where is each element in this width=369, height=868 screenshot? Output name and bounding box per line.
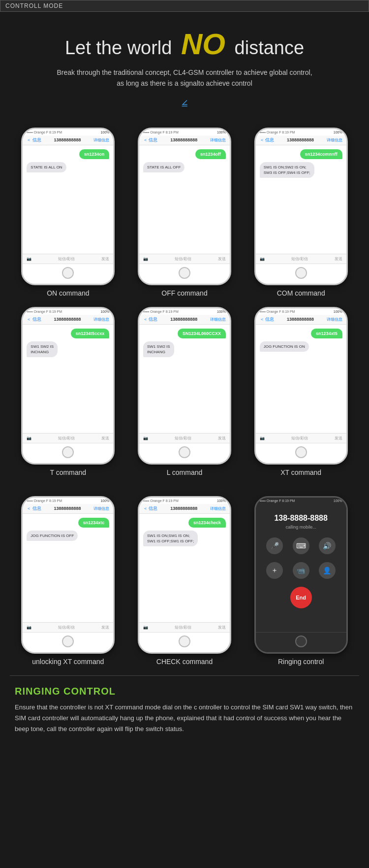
camera-icon-check: 📷 [143, 625, 148, 630]
phone-nav-off: ＜ 信息 13888888888 详细信息 [139, 135, 230, 145]
phone-label-on: ON command [47, 289, 89, 297]
mute-button[interactable]: 🎤 [266, 537, 283, 554]
calling-text: calling mobile... [256, 525, 346, 530]
phone-mockup-xt: ••••• Orange F 8:19 PM 100% ＜ 信息 1388888… [254, 307, 348, 465]
down-arrow-icon: ⦤ [20, 95, 349, 108]
speaker-button[interactable]: 🔊 [319, 537, 336, 554]
calling-inner: ••••• Orange F 8:19 PM 100% 138-8888-888… [256, 498, 346, 652]
bubble-sent-off: sn1234off [195, 149, 226, 159]
phone-cell-l: ••••• Orange F 8:19 PM 100% ＜ 信息 1388888… [126, 302, 243, 481]
messages-area-uxt: sn1234xtc JOG FUNCTION IS OFF [23, 514, 113, 622]
phone-cell-uxt: ••••• Orange F 8:19 PM 100% ＜ 信息 1388888… [10, 491, 126, 670]
calling-home [256, 632, 346, 652]
phone-label-off: OFF command [161, 289, 207, 297]
calling-status-left: ••••• Orange F 8:19 PM [260, 499, 295, 502]
phone-label-xt: XT command [280, 468, 321, 476]
phone-grid-bottom: ••••• Orange F 8:19 PM 100% ＜ 信息 1388888… [0, 486, 369, 675]
messages-area-com: sn1234comnnff SW1 IS ON;SW2 IS ON;SW3 IS… [256, 145, 346, 254]
bubble-sent-t: sn1234t5ccxx [71, 329, 110, 338]
phone-label-uxt: unlocking XT command [32, 658, 104, 666]
calling-number: 138-8888-8888 [256, 504, 346, 525]
add-call-button[interactable]: ＋ [266, 562, 283, 579]
hero-line2: distance [235, 37, 305, 58]
bubble-received-t: SW1 SW2 ISINCHANG [27, 341, 58, 357]
phone-cell-off: ••••• Orange F 8:19 PM 100% ＜ 信息 1388888… [126, 123, 243, 302]
bubble-sent-uxt: sn1234xtc [78, 518, 110, 528]
phone-cell-com: ••••• Orange F 8:19 PM 100% ＜ 信息 1388888… [243, 123, 359, 302]
nav-number-on: 13888888888 [54, 137, 81, 142]
home-button-check[interactable] [179, 635, 190, 647]
contacts-button[interactable]: 👤 [319, 562, 336, 579]
nav-back-on[interactable]: ＜ 信息 [27, 137, 41, 143]
messages-area-check: sn1234check SW1 IS ON;SW1 IS ON;SW1 IS O… [139, 514, 230, 622]
phone-home-on [23, 264, 113, 284]
phone-input-off: 📷 短信/彩信 发送 [139, 254, 230, 264]
bubble-sent-check: sn1234check [188, 518, 226, 528]
phone-input-on: 📷 短信/彩信 发送 [23, 254, 113, 264]
home-button-t[interactable] [62, 446, 74, 458]
phone-mockup-off: ••••• Orange F 8:19 PM 100% ＜ 信息 1388888… [138, 128, 231, 285]
calling-home-button[interactable] [295, 635, 307, 647]
bubble-sent-l: SN1234L060CCXX [178, 329, 226, 338]
messages-area-t: sn1234t5ccxx SW1 SW2 ISINCHANG [23, 325, 113, 433]
phone-mockup-t: ••••• Orange F 8:19 PM 100% ＜ 信息 1388888… [21, 307, 115, 465]
phone-mockup-com: ••••• Orange F 8:19 PM 100% ＜ 信息 1388888… [254, 128, 348, 285]
messages-area-xt: sn1234xt5 JOG FUNCTION IS ON [256, 325, 346, 433]
calling-status-right: 100% [334, 499, 342, 502]
bubble-sent-on: sn1234on [79, 149, 110, 159]
bubble-received-xt: JOG FUNCTION IS ON [260, 341, 309, 352]
phone-cell-calling: ••••• Orange F 8:19 PM 100% 138-8888-888… [243, 491, 359, 670]
ringing-section-title: RINGING CONTROL [15, 686, 354, 697]
end-call-button[interactable]: End [290, 587, 312, 608]
phone-home-off [139, 264, 230, 284]
bubble-sent-xt: sn1234xt5 [311, 329, 342, 338]
phone-mockup-on: ••••• Orange F 8:19 PM 100% ＜ 信息 1388888… [21, 128, 115, 285]
status-left-on: ••••• Orange F 8:19 PM [27, 131, 62, 134]
phone-status-on: ••••• Orange F 8:19 PM 100% [23, 129, 113, 135]
hero-subtitle-line1: Break through the traditional concept, C… [57, 68, 312, 76]
camera-icon-on: 📷 [27, 257, 31, 261]
bubble-received-check: SW1 IS ON;SW1 IS ON;SW1 IS OFF;SW1 IS OF… [143, 531, 198, 546]
phone-mockup-uxt: ••••• Orange F 8:19 PM 100% ＜ 信息 1388888… [21, 496, 115, 654]
hero-section: Let the world NO distance Break through … [0, 12, 369, 118]
home-button-off[interactable] [179, 267, 190, 279]
call-buttons-row2: ＋ 📹 👤 [256, 560, 346, 581]
phone-label-calling: Ringing control [278, 658, 324, 666]
phone-mockup-calling: ••••• Orange F 8:19 PM 100% 138-8888-888… [254, 496, 348, 654]
nav-detail-on[interactable]: 详细信息 [93, 137, 109, 143]
phone-label-com: COM command [277, 289, 325, 297]
camera-icon-com: 📷 [260, 257, 265, 261]
facetime-button[interactable]: 📹 [293, 562, 309, 579]
phone-cell-xt: ••••• Orange F 8:19 PM 100% ＜ 信息 1388888… [243, 302, 359, 481]
ringing-section-body: Ensure that the controller is not XT com… [15, 702, 354, 734]
phone-label-check: CHECK command [156, 658, 213, 666]
home-button-com[interactable] [295, 267, 307, 279]
hero-subtitle-line2: as long as there is a signalto achieve c… [117, 79, 252, 87]
bubble-sent-com: sn1234comnnff [300, 149, 342, 159]
bubble-received-on: STATE IS ALL ON [27, 162, 66, 172]
home-button-xt[interactable] [295, 446, 307, 458]
camera-icon-l: 📷 [143, 436, 148, 440]
camera-icon-t: 📷 [27, 436, 31, 440]
messages-area-off: sn1234off STATE IS ALL OFF [139, 145, 230, 254]
bubble-received-com: SW1 IS ON;SW2 IS ON;SW3 IS OFF;SW4 IS OF… [260, 162, 314, 178]
camera-icon-uxt: 📷 [27, 625, 31, 630]
header-bar: CONTROLL MODE [0, 0, 369, 12]
home-button-on[interactable] [62, 267, 74, 279]
input-hint-on[interactable]: 短信/彩信 [58, 256, 75, 262]
hero-subtitle: Break through the traditional concept, C… [47, 67, 322, 89]
keypad-button[interactable]: ⌨ [293, 537, 309, 554]
messages-area-on: sn1234on STATE IS ALL ON [23, 145, 113, 254]
phone-label-t: T command [50, 468, 86, 476]
phone-mockup-check: ••••• Orange F 8:19 PM 100% ＜ 信息 1388888… [138, 496, 231, 654]
home-button-uxt[interactable] [62, 635, 74, 647]
camera-icon-off: 📷 [143, 257, 148, 261]
hero-no: NO [181, 28, 225, 61]
phone-cell-t: ••••• Orange F 8:19 PM 100% ＜ 信息 1388888… [10, 302, 126, 481]
camera-icon-xt: 📷 [260, 436, 265, 440]
home-button-l[interactable] [179, 446, 190, 458]
phone-cell-check: ••••• Orange F 8:19 PM 100% ＜ 信息 1388888… [126, 491, 243, 670]
send-btn-on[interactable]: 发送 [101, 256, 109, 262]
ringing-section: RINGING CONTROL Ensure that the controll… [0, 676, 369, 749]
messages-area-l: SN1234L060CCXX SW1 SW2 ISINCHANG [139, 325, 230, 433]
